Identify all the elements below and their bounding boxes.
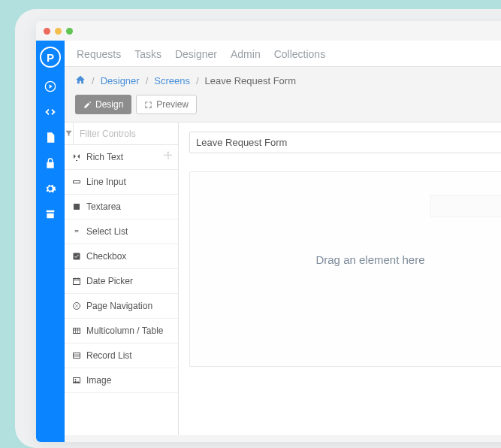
control-page-navigation[interactable]: Page Navigation <box>65 294 178 319</box>
control-label: Rich Text <box>86 152 123 162</box>
move-icon <box>163 150 174 161</box>
archive-icon[interactable] <box>44 207 57 221</box>
window-titlebar <box>36 21 501 41</box>
page-background: P <box>15 9 501 448</box>
placeholder-block <box>430 195 501 217</box>
breadcrumb-sep: / <box>196 75 199 86</box>
app-logo[interactable]: P <box>40 47 61 68</box>
control-checkbox[interactable]: Checkbox <box>65 244 178 269</box>
breadcrumb-designer[interactable]: Designer <box>101 75 140 86</box>
expand-icon <box>144 101 152 109</box>
home-icon[interactable] <box>75 74 86 87</box>
control-date-picker[interactable]: Date Picker <box>65 269 178 294</box>
designer-body: Rich Text Line Input <box>65 122 501 435</box>
svg-rect-1 <box>74 181 80 183</box>
breadcrumb-current: Leave Request Form <box>205 75 296 86</box>
nav-item-tasks[interactable]: Tasks <box>134 48 161 60</box>
drop-zone[interactable]: Drag an element here <box>189 171 501 367</box>
table-icon <box>72 326 81 335</box>
select-icon <box>72 227 81 236</box>
tab-design-label: Design <box>95 99 123 110</box>
control-label: Textarea <box>86 201 121 212</box>
control-label: Line Input <box>86 177 126 187</box>
left-sidebar: P <box>36 41 65 442</box>
nav-item-collections[interactable]: Collections <box>274 48 325 60</box>
control-line-input[interactable]: Line Input <box>65 170 178 195</box>
app-window: P <box>36 21 501 442</box>
lineinput-icon <box>72 177 81 186</box>
top-nav: Requests Tasks Designer Admin Collection… <box>65 41 501 66</box>
pagenav-icon <box>72 301 81 310</box>
calendar-icon <box>72 277 81 286</box>
control-label: Checkbox <box>86 251 126 262</box>
designer-canvas: Drag an element here <box>179 123 501 435</box>
window-maximize-dot[interactable] <box>66 28 73 35</box>
svg-rect-6 <box>74 353 80 359</box>
breadcrumb-sep: / <box>146 75 149 86</box>
control-label: Record List <box>86 350 132 361</box>
content-container: / Designer / Screens / Leave Request For… <box>65 66 501 442</box>
control-textarea[interactable]: Textarea <box>65 195 178 219</box>
filter-row <box>65 123 178 145</box>
image-icon <box>72 376 81 385</box>
tab-preview[interactable]: Preview <box>136 95 197 114</box>
control-record-list[interactable]: Record List <box>65 344 178 368</box>
checkbox-icon <box>72 252 81 261</box>
svg-rect-5 <box>74 328 80 334</box>
filter-icon[interactable] <box>65 123 74 144</box>
window-close-dot[interactable] <box>44 28 50 35</box>
pencil-icon <box>83 101 92 109</box>
lock-icon[interactable] <box>44 156 57 170</box>
play-icon[interactable] <box>44 80 57 93</box>
breadcrumb-sep: / <box>92 75 95 86</box>
window-minimize-dot[interactable] <box>55 28 62 35</box>
recordlist-icon <box>72 351 81 360</box>
nav-item-admin[interactable]: Admin <box>231 48 261 60</box>
tab-preview-label: Preview <box>156 99 189 110</box>
main-region: Requests Tasks Designer Admin Collection… <box>65 41 501 442</box>
code-icon[interactable] <box>44 105 57 119</box>
tab-design[interactable]: Design <box>75 95 131 114</box>
control-label: Multicolumn / Table <box>86 325 164 336</box>
logo-letter: P <box>47 51 54 64</box>
textarea-icon <box>72 202 81 211</box>
gear-icon[interactable] <box>44 182 57 195</box>
mode-tabs: Design Preview <box>65 95 501 122</box>
drag-hint-text: Drag an element here <box>205 253 501 266</box>
controls-panel: Rich Text Line Input <box>65 123 179 435</box>
nav-item-requests[interactable]: Requests <box>77 48 121 60</box>
form-title-input[interactable] <box>189 132 501 153</box>
svg-rect-3 <box>74 279 80 285</box>
control-multicolumn-table[interactable]: Multicolumn / Table <box>65 319 178 344</box>
breadcrumb-screens[interactable]: Screens <box>154 75 190 86</box>
control-label: Image <box>86 375 111 386</box>
richtext-icon <box>72 153 81 162</box>
nav-item-designer[interactable]: Designer <box>175 48 217 60</box>
svg-point-8 <box>75 379 77 380</box>
app-body: P <box>36 41 501 442</box>
control-image[interactable]: Image <box>65 368 178 393</box>
breadcrumb: / Designer / Screens / Leave Request For… <box>65 67 501 95</box>
control-select-list[interactable]: Select List <box>65 219 178 244</box>
control-label: Select List <box>86 226 128 237</box>
control-label: Date Picker <box>86 276 133 286</box>
control-richtext[interactable]: Rich Text <box>65 145 178 170</box>
control-label: Page Navigation <box>86 301 152 311</box>
document-icon[interactable] <box>44 131 57 144</box>
